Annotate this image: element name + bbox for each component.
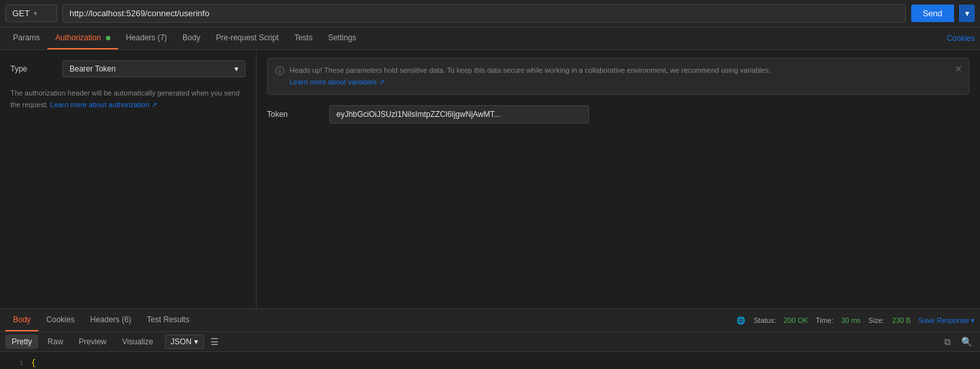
code-content: { — [31, 357, 36, 369]
code-line-1: 1 { — [0, 357, 980, 369]
top-bar: GET ▾ Send ▾ — [0, 0, 980, 27]
tab-tests[interactable]: Tests — [286, 27, 320, 49]
time-label: Time: — [816, 316, 833, 324]
filter-button[interactable]: ☰ — [207, 335, 223, 348]
method-label: GET — [12, 8, 30, 18]
preview-button[interactable]: Preview — [72, 335, 113, 349]
chevron-down-icon: ▾ — [971, 316, 975, 325]
tab-body[interactable]: Body — [175, 27, 208, 49]
learn-more-variables-link[interactable]: Learn more about variables ↗ — [290, 78, 384, 86]
type-row: Type Bearer Token ▾ — [10, 60, 245, 77]
size-value: 230 B — [892, 316, 911, 324]
type-label: Type — [10, 64, 62, 73]
toolbar-right: ⧉ 🔍 — [942, 335, 975, 349]
send-button[interactable]: Send — [911, 5, 954, 22]
code-area: 1 { 2 "sub": "11111111" 3 } — [0, 352, 980, 369]
time-value: 30 ms — [841, 316, 861, 324]
line-number: 1 — [5, 358, 23, 369]
url-input[interactable] — [62, 4, 906, 23]
chevron-down-icon: ▾ — [34, 10, 37, 17]
info-banner: ⓘ Heads up! These parameters hold sensit… — [267, 58, 970, 95]
status-label: Status: — [753, 316, 775, 324]
close-banner-button[interactable]: ✕ — [955, 64, 962, 74]
response-tab-headers[interactable]: Headers (6) — [82, 309, 139, 331]
response-tab-test-results[interactable]: Test Results — [139, 309, 197, 331]
left-panel: Type Bearer Token ▾ The authorization he… — [0, 50, 257, 309]
visualize-button[interactable]: Visualize — [116, 335, 160, 349]
tab-params[interactable]: Params — [5, 27, 47, 49]
save-response-button[interactable]: Save Response ▾ — [918, 316, 975, 325]
search-icon[interactable]: 🔍 — [959, 335, 975, 349]
tab-settings[interactable]: Settings — [320, 27, 364, 49]
info-icon: ⓘ — [275, 66, 284, 77]
format-value: JSON — [171, 337, 192, 346]
cookies-link[interactable]: Cookies — [947, 28, 975, 49]
type-dropdown[interactable]: Bearer Token ▾ — [62, 60, 245, 77]
auth-info-text: The authorization header will be automat… — [10, 88, 245, 110]
token-row: Token — [267, 105, 970, 123]
request-tabs: Params Authorization Headers (7) Body Pr… — [0, 27, 980, 50]
format-select[interactable]: JSON ▾ — [165, 335, 204, 349]
token-input[interactable] — [329, 105, 589, 123]
code-toolbar: Pretty Raw Preview Visualize JSON ▾ ☰ ⧉ … — [0, 332, 980, 352]
tab-headers[interactable]: Headers (7) — [118, 27, 175, 49]
size-label: Size: — [868, 316, 884, 324]
token-label: Token — [267, 110, 319, 119]
chevron-down-icon: ▾ — [194, 337, 198, 346]
type-value: Bearer Token — [69, 64, 116, 73]
response-tab-body[interactable]: Body — [5, 309, 38, 331]
banner-text: Heads up! These parameters hold sensitiv… — [290, 65, 771, 88]
active-dot — [106, 36, 110, 40]
globe-icon: 🌐 — [736, 316, 746, 325]
method-select[interactable]: GET ▾ — [5, 5, 57, 22]
status-value: 200 OK — [784, 316, 808, 324]
response-tab-cookies[interactable]: Cookies — [38, 309, 82, 331]
right-panel: ⓘ Heads up! These parameters hold sensit… — [257, 50, 980, 309]
response-tabs: Body Cookies Headers (6) Test Results 🌐 … — [0, 309, 980, 332]
send-dropdown-button[interactable]: ▾ — [959, 5, 975, 22]
dropdown-chevron-icon: ▾ — [234, 64, 238, 73]
pretty-button[interactable]: Pretty — [5, 335, 38, 349]
copy-icon[interactable]: ⧉ — [942, 335, 953, 349]
response-section: Body Cookies Headers (6) Test Results 🌐 … — [0, 309, 980, 369]
raw-button[interactable]: Raw — [41, 335, 69, 349]
tab-authorization[interactable]: Authorization — [47, 27, 118, 49]
tab-prerequest[interactable]: Pre-request Script — [208, 27, 286, 49]
learn-more-auth-link[interactable]: Learn more about authorization ↗ — [50, 101, 157, 108]
response-status-bar: 🌐 Status: 200 OK Time: 30 ms Size: 230 B… — [736, 316, 975, 325]
main-content: Type Bearer Token ▾ The authorization he… — [0, 50, 980, 309]
